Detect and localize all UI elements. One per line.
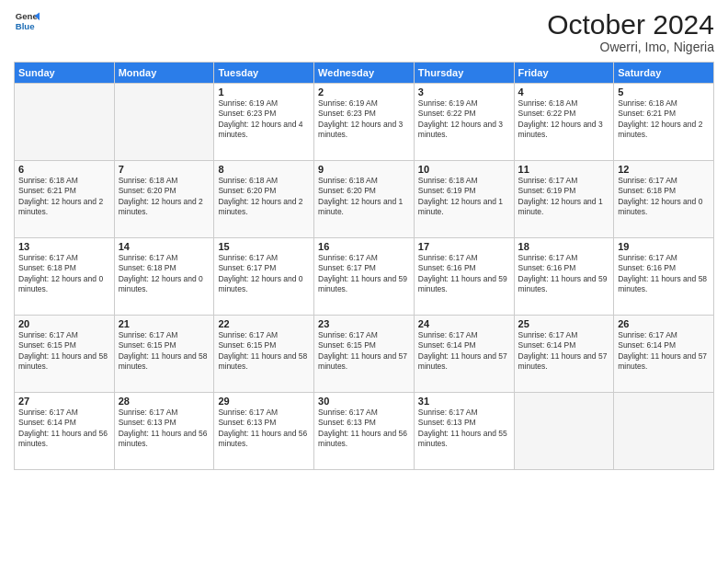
calendar-cell [15,84,115,161]
calendar-cell: 12Sunrise: 6:17 AM Sunset: 6:18 PM Dayli… [614,161,714,238]
day-number: 24 [418,318,510,329]
day-number: 4 [518,86,610,98]
day-number: 26 [618,318,710,329]
header: General Blue October 2024 Owerri, Imo, N… [14,9,714,54]
cell-info: Sunrise: 6:19 AM Sunset: 6:23 PM Dayligh… [318,98,410,141]
cell-info: Sunrise: 6:18 AM Sunset: 6:20 PM Dayligh… [318,176,410,218]
day-number: 18 [518,241,610,252]
calendar-cell [614,393,714,470]
day-number: 12 [618,164,710,175]
cell-info: Sunrise: 6:17 AM Sunset: 6:14 PM Dayligh… [418,330,510,373]
cell-info: Sunrise: 6:17 AM Sunset: 6:13 PM Dayligh… [119,408,210,450]
calendar-cell: 11Sunrise: 6:17 AM Sunset: 6:19 PM Dayli… [514,161,614,238]
logo: General Blue [14,9,40,35]
calendar-cell: 31Sunrise: 6:17 AM Sunset: 6:13 PM Dayli… [414,393,514,470]
dow-header: Monday [114,63,214,84]
cell-info: Sunrise: 6:17 AM Sunset: 6:15 PM Dayligh… [18,330,110,373]
cell-info: Sunrise: 6:17 AM Sunset: 6:16 PM Dayligh… [418,253,510,295]
calendar-cell: 2Sunrise: 6:19 AM Sunset: 6:23 PM Daylig… [314,84,415,161]
cell-info: Sunrise: 6:17 AM Sunset: 6:13 PM Dayligh… [318,408,410,450]
day-number: 20 [18,318,110,329]
day-number: 8 [218,164,310,175]
cell-info: Sunrise: 6:17 AM Sunset: 6:18 PM Dayligh… [18,253,110,295]
day-number: 19 [618,241,710,252]
calendar-cell: 16Sunrise: 6:17 AM Sunset: 6:17 PM Dayli… [314,238,415,316]
calendar-cell: 25Sunrise: 6:17 AM Sunset: 6:14 PM Dayli… [514,316,614,393]
day-number: 29 [218,396,310,407]
cell-info: Sunrise: 6:18 AM Sunset: 6:20 PM Dayligh… [218,176,310,218]
day-number: 14 [119,241,210,252]
day-number: 7 [119,164,210,175]
cell-info: Sunrise: 6:17 AM Sunset: 6:13 PM Dayligh… [418,408,510,450]
day-number: 17 [418,241,510,252]
calendar-cell: 5Sunrise: 6:18 AM Sunset: 6:21 PM Daylig… [614,84,714,161]
calendar-cell: 22Sunrise: 6:17 AM Sunset: 6:15 PM Dayli… [214,316,314,393]
cell-info: Sunrise: 6:17 AM Sunset: 6:14 PM Dayligh… [518,330,610,373]
cell-info: Sunrise: 6:17 AM Sunset: 6:15 PM Dayligh… [318,330,410,373]
calendar-cell: 23Sunrise: 6:17 AM Sunset: 6:15 PM Dayli… [314,316,415,393]
dow-header: Wednesday [314,63,415,84]
day-number: 3 [418,86,510,98]
day-number: 25 [518,318,610,329]
calendar-cell: 15Sunrise: 6:17 AM Sunset: 6:17 PM Dayli… [214,238,314,316]
cell-info: Sunrise: 6:17 AM Sunset: 6:16 PM Dayligh… [518,253,610,295]
day-number: 30 [318,396,410,407]
calendar-cell [514,393,614,470]
svg-text:Blue: Blue [16,21,35,31]
dow-header: Tuesday [214,63,314,84]
cell-info: Sunrise: 6:19 AM Sunset: 6:22 PM Dayligh… [418,98,510,141]
day-number: 13 [18,241,110,252]
calendar-cell: 3Sunrise: 6:19 AM Sunset: 6:22 PM Daylig… [414,84,514,161]
calendar-week-row: 20Sunrise: 6:17 AM Sunset: 6:15 PM Dayli… [15,316,714,393]
cell-info: Sunrise: 6:17 AM Sunset: 6:16 PM Dayligh… [618,253,710,295]
title-block: October 2024 Owerri, Imo, Nigeria [547,9,714,54]
calendar-cell: 10Sunrise: 6:18 AM Sunset: 6:19 PM Dayli… [414,161,514,238]
day-number: 31 [418,396,510,407]
calendar-cell: 20Sunrise: 6:17 AM Sunset: 6:15 PM Dayli… [15,316,115,393]
calendar-cell: 28Sunrise: 6:17 AM Sunset: 6:13 PM Dayli… [114,393,214,470]
cell-info: Sunrise: 6:18 AM Sunset: 6:21 PM Dayligh… [18,176,110,218]
calendar-cell: 17Sunrise: 6:17 AM Sunset: 6:16 PM Dayli… [414,238,514,316]
page: General Blue October 2024 Owerri, Imo, N… [0,0,728,563]
calendar-cell: 9Sunrise: 6:18 AM Sunset: 6:20 PM Daylig… [314,161,415,238]
day-number: 27 [18,396,110,407]
day-number: 11 [518,164,610,175]
calendar-cell: 4Sunrise: 6:18 AM Sunset: 6:22 PM Daylig… [514,84,614,161]
cell-info: Sunrise: 6:17 AM Sunset: 6:13 PM Dayligh… [218,408,310,450]
calendar-cell: 8Sunrise: 6:18 AM Sunset: 6:20 PM Daylig… [214,161,314,238]
cell-info: Sunrise: 6:17 AM Sunset: 6:15 PM Dayligh… [119,330,210,373]
cell-info: Sunrise: 6:18 AM Sunset: 6:19 PM Dayligh… [418,176,510,218]
month-title: October 2024 [547,9,714,40]
day-number: 2 [318,86,410,98]
calendar-cell: 27Sunrise: 6:17 AM Sunset: 6:14 PM Dayli… [15,393,115,470]
calendar-cell [114,84,214,161]
calendar-cell: 29Sunrise: 6:17 AM Sunset: 6:13 PM Dayli… [214,393,314,470]
calendar-cell: 21Sunrise: 6:17 AM Sunset: 6:15 PM Dayli… [114,316,214,393]
cell-info: Sunrise: 6:17 AM Sunset: 6:17 PM Dayligh… [218,253,310,295]
calendar-week-row: 27Sunrise: 6:17 AM Sunset: 6:14 PM Dayli… [15,393,714,470]
location: Owerri, Imo, Nigeria [547,40,714,54]
day-number: 23 [318,318,410,329]
day-number: 16 [318,241,410,252]
calendar: SundayMondayTuesdayWednesdayThursdayFrid… [14,62,714,470]
logo-icon: General Blue [14,9,40,35]
cell-info: Sunrise: 6:17 AM Sunset: 6:14 PM Dayligh… [18,408,110,450]
cell-info: Sunrise: 6:18 AM Sunset: 6:21 PM Dayligh… [618,98,710,141]
day-number: 9 [318,164,410,175]
day-number: 5 [618,86,710,98]
cell-info: Sunrise: 6:18 AM Sunset: 6:20 PM Dayligh… [119,176,210,218]
cell-info: Sunrise: 6:17 AM Sunset: 6:19 PM Dayligh… [518,176,610,218]
dow-header: Saturday [614,63,714,84]
calendar-cell: 24Sunrise: 6:17 AM Sunset: 6:14 PM Dayli… [414,316,514,393]
calendar-cell: 26Sunrise: 6:17 AM Sunset: 6:14 PM Dayli… [614,316,714,393]
cell-info: Sunrise: 6:17 AM Sunset: 6:18 PM Dayligh… [119,253,210,295]
cell-info: Sunrise: 6:17 AM Sunset: 6:17 PM Dayligh… [318,253,410,295]
cell-info: Sunrise: 6:17 AM Sunset: 6:14 PM Dayligh… [618,330,710,373]
calendar-cell: 18Sunrise: 6:17 AM Sunset: 6:16 PM Dayli… [514,238,614,316]
calendar-cell: 19Sunrise: 6:17 AM Sunset: 6:16 PM Dayli… [614,238,714,316]
calendar-week-row: 6Sunrise: 6:18 AM Sunset: 6:21 PM Daylig… [15,161,714,238]
calendar-cell: 30Sunrise: 6:17 AM Sunset: 6:13 PM Dayli… [314,393,415,470]
cell-info: Sunrise: 6:17 AM Sunset: 6:18 PM Dayligh… [618,176,710,218]
calendar-week-row: 1Sunrise: 6:19 AM Sunset: 6:23 PM Daylig… [15,84,714,161]
day-number: 28 [119,396,210,407]
